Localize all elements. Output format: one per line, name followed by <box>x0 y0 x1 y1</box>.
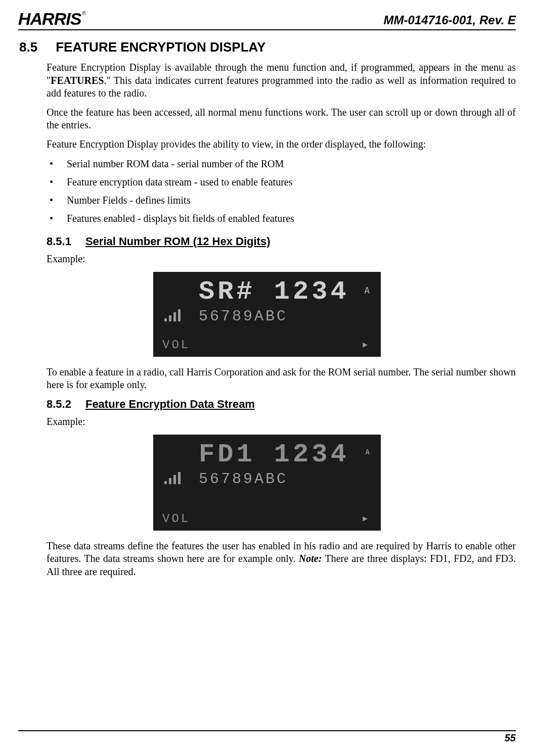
lcd-line2: 56789ABC <box>162 307 372 325</box>
paragraph: These data streams define the features t… <box>18 540 516 579</box>
section-heading: 8.5 FEATURE ENCRYPTION DISPLAY <box>18 39 516 55</box>
page-footer: 55 <box>18 730 516 744</box>
lcd-a-indicator: A <box>366 448 370 456</box>
list-item: Serial number ROM data - serial number o… <box>47 157 516 170</box>
example-label: Example: <box>18 416 516 428</box>
subsection-number: 8.5.1 <box>47 235 71 248</box>
signal-bars-icon <box>164 309 181 321</box>
example-label: Example: <box>18 253 516 265</box>
lcd-a-indicator: A <box>364 285 370 296</box>
arrow-right-icon: ▶ <box>363 513 368 524</box>
paragraph: Feature Encryption Display provides the … <box>18 138 516 151</box>
lcd-vol-label: VOL <box>162 512 190 526</box>
paragraph: To enable a feature in a radio, call Har… <box>18 366 516 392</box>
note-label: Note: <box>299 553 322 564</box>
section-number: 8.5 <box>19 39 37 55</box>
lcd-line1: FD1 1234 <box>162 442 372 468</box>
list-item: Feature encryption data stream - used to… <box>47 175 516 188</box>
paragraph: Once the feature has been accessed, all … <box>18 106 516 132</box>
features-keyword: FEATURES <box>51 75 104 86</box>
subsection-title: Serial Number ROM (12 Hex Digits) <box>85 235 271 248</box>
subsection-title: Feature Encryption Data Stream <box>85 398 255 411</box>
harris-logo: HARRIS ® <box>18 10 84 27</box>
subsection-number: 8.5.2 <box>47 398 71 411</box>
arrow-right-icon: ▶ <box>363 340 368 350</box>
logo-text: HARRIS <box>18 10 81 27</box>
lcd-display-serial: SR# 1234 56789ABC VOL A ▶ <box>153 272 381 357</box>
lcd-line2: 56789ABC <box>162 470 372 488</box>
subsection-heading: 8.5.2 Feature Encryption Data Stream <box>18 398 516 411</box>
bullet-list: Serial number ROM data - serial number o… <box>18 157 516 225</box>
subsection-heading: 8.5.1 Serial Number ROM (12 Hex Digits) <box>18 235 516 248</box>
section-title: FEATURE ENCRYPTION DISPLAY <box>56 39 265 55</box>
lcd-vol-label: VOL <box>162 338 190 352</box>
document-id: MM-014716-001, Rev. E <box>384 13 516 27</box>
registered-icon: ® <box>82 11 85 16</box>
list-item: Features enabled - displays bit fields o… <box>47 212 516 225</box>
lcd-display-feature: FD1 1234 56789ABC VOL A ▶ <box>153 435 381 531</box>
page-number: 55 <box>505 732 516 743</box>
page-header: HARRIS ® MM-014716-001, Rev. E <box>18 10 516 30</box>
signal-bars-icon <box>164 472 181 484</box>
list-item: Number Fields - defines limits <box>47 194 516 207</box>
paragraph: Feature Encryption Display is available … <box>18 61 516 100</box>
lcd-line1: SR# 1234 <box>162 279 372 305</box>
